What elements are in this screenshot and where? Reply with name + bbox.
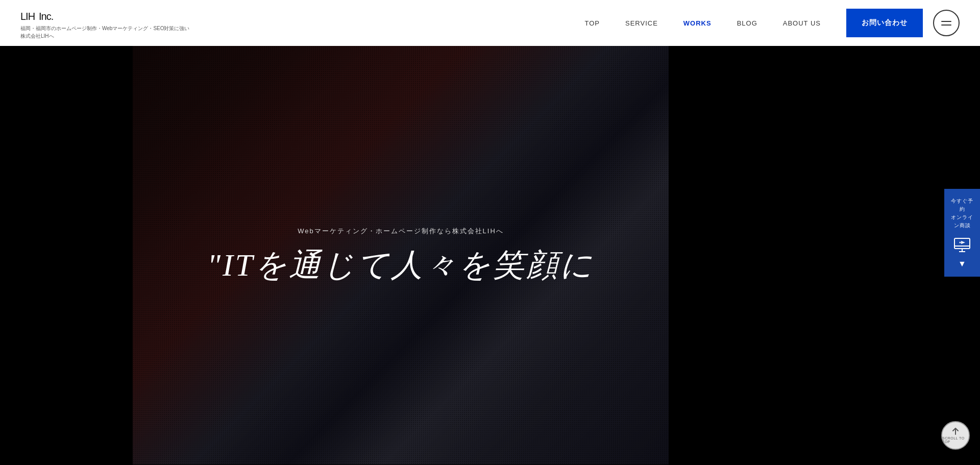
hero-subtitle: Webマーケティング・ホームページ制作なら株式会社LIHへ <box>298 227 504 236</box>
menu-line-1 <box>941 21 951 22</box>
hero-side-left <box>0 46 133 464</box>
scroll-to-top-button[interactable]: SCROLL TO TOP <box>941 421 970 450</box>
side-widget-line1: 今すぐ予約 <box>951 198 973 212</box>
nav-service[interactable]: SERVICE <box>625 19 658 27</box>
logo-suffix: Inc. <box>39 11 53 22</box>
header: LIH Inc. 福岡・福岡市のホームページ制作・Webマーケティング・SEO対… <box>0 0 980 46</box>
nav-blog[interactable]: BLOG <box>737 19 757 27</box>
side-widget-box[interactable]: 今すぐ予約 オンライン商談 ▼ <box>944 189 980 277</box>
monitor-icon <box>952 235 972 255</box>
logo[interactable]: LIH Inc. <box>20 6 190 22</box>
hero-content: Webマーケティング・ホームページ制作なら株式会社LIHへ "ITを通じて人々を… <box>133 46 669 464</box>
side-widget-text: 今すぐ予約 オンライン商談 <box>949 197 975 230</box>
chevron-down-icon: ▼ <box>958 259 966 268</box>
contact-button[interactable]: お問い合わせ <box>846 9 923 37</box>
nav-works[interactable]: WORKS <box>683 19 712 27</box>
hero-title: "ITを通じて人々を笑顔に <box>207 246 594 284</box>
hero-side-right <box>669 46 980 464</box>
nav-top[interactable]: TOP <box>584 19 600 27</box>
side-widget-line2: オンライン商談 <box>951 214 973 228</box>
nav-about[interactable]: ABOUT US <box>783 19 821 27</box>
hero-section: Webマーケティング・ホームページ制作なら株式会社LIHへ "ITを通じて人々を… <box>0 46 980 464</box>
arrow-up-icon <box>951 427 960 435</box>
scroll-top-label: SCROLL TO TOP <box>942 436 969 444</box>
main-nav: TOP SERVICE WORKS BLOG ABOUT US <box>584 19 821 27</box>
logo-main: LIH <box>20 11 35 22</box>
logo-area: LIH Inc. 福岡・福岡市のホームページ制作・Webマーケティング・SEO対… <box>20 6 190 40</box>
menu-line-2 <box>941 25 951 26</box>
subtitle-line1: 福岡・福岡市のホームページ制作・Webマーケティング・SEO対策に強い <box>20 25 190 32</box>
logo-subtitle: 福岡・福岡市のホームページ制作・Webマーケティング・SEO対策に強い 株式会社… <box>20 25 190 40</box>
subtitle-line2: 株式会社LIHへ <box>20 32 190 40</box>
side-widget[interactable]: 今すぐ予約 オンライン商談 ▼ <box>944 189 980 277</box>
svg-marker-5 <box>961 241 965 244</box>
hamburger-menu[interactable] <box>933 10 960 36</box>
